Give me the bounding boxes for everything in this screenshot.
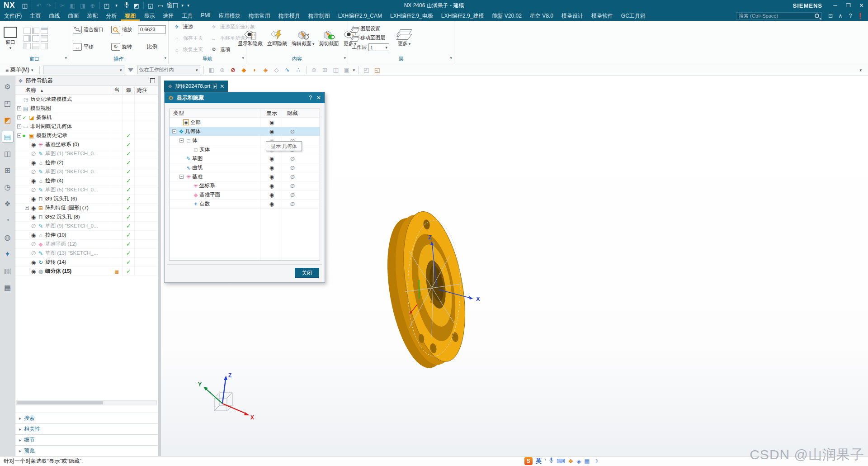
tree-row-datum-csys[interactable]: ◉基准坐标系 (0)✓ (15, 140, 158, 149)
tab-tools[interactable]: 工具 (178, 11, 197, 21)
show-eye-icon[interactable]: ◉ (263, 183, 281, 189)
body-filter-icon[interactable]: ◇ (272, 67, 281, 73)
visibility-eye-icon[interactable]: ◉ (30, 214, 37, 220)
group-label-operation[interactable]: 操作▾ (69, 56, 168, 64)
dropdown-icon[interactable]: ▾ (112, 3, 122, 8)
window-layout-icon[interactable] (41, 28, 48, 34)
group-label-content[interactable]: 内容▾ (246, 56, 348, 64)
pan-button[interactable]: ↔ 平移 (71, 43, 106, 51)
roles-gear-icon[interactable]: ⚙ (2, 81, 14, 92)
walk-button[interactable]: ✈ 漫游 (170, 23, 205, 31)
tab-surface[interactable]: 曲面 (64, 11, 83, 21)
ime-grid-icon[interactable]: ▦ (584, 458, 590, 465)
column-latest[interactable]: 最 (123, 86, 134, 94)
window-layout-icon[interactable] (41, 35, 48, 42)
redo-icon[interactable]: ↷ (44, 2, 54, 9)
visibility-eye-icon[interactable]: ◉ (30, 142, 37, 148)
tree-row-sketch-3[interactable]: ∅草图 (3) "SKETCH_0...✓ (15, 167, 158, 176)
dialog-help-icon[interactable]: ? (309, 95, 312, 101)
group-label-navigation[interactable]: 导航▾ (169, 56, 246, 64)
ime-night-mode-icon[interactable]: ☽ (593, 458, 599, 465)
fit-view-button[interactable]: 适合窗口 (71, 25, 106, 34)
paste-icon[interactable]: ◨ (78, 2, 88, 9)
expand-toggle[interactable]: − (179, 138, 184, 143)
undo-icon[interactable]: ↶ (34, 2, 44, 9)
visibility-eye-icon[interactable]: ◉ (30, 232, 37, 238)
hide-eye-icon[interactable]: ∅ (283, 174, 302, 180)
dialog-close-icon[interactable]: ✕ (316, 95, 321, 101)
show-eye-icon[interactable]: ◉ (263, 156, 281, 162)
curve-filter-icon[interactable]: ∿ (283, 67, 292, 73)
customize-qat-icon[interactable]: ▾ (185, 3, 192, 8)
view-manager-icon[interactable]: ⊞ (2, 164, 14, 176)
point-filter-icon[interactable]: ∴ (294, 67, 303, 73)
hide-eye-icon[interactable]: ∅ (283, 192, 302, 198)
layers-more-button[interactable]: 更多▾ (396, 29, 413, 48)
group-label-layers[interactable]: 层▾ (348, 56, 454, 64)
tree-row-model-views[interactable]: +模型视图 (15, 104, 158, 113)
visibility-eye-icon[interactable]: ◉ (30, 196, 37, 202)
visibility-eye-icon[interactable]: ∅ (30, 223, 37, 229)
no-selection-filter-icon[interactable]: ⊘ (229, 67, 238, 73)
show-eye-icon[interactable]: ◉ (263, 128, 281, 135)
ime-keyboard-icon[interactable]: ⌨ (557, 458, 565, 465)
show-eye-icon[interactable]: ◉ (263, 174, 281, 180)
tree-row-pattern-7[interactable]: +◉阵列特征 [圆形] (7)✓ (15, 204, 158, 213)
clip-section-button[interactable]: 剪切截面 (317, 29, 341, 48)
move-object-icon[interactable]: ⊕ (88, 2, 98, 9)
group-label-window[interactable]: 窗口▾ (0, 56, 69, 64)
tree-row-sketch-13[interactable]: ∅草图 (13) "SKETCH_...✓ (15, 249, 158, 258)
hide-eye-icon[interactable]: ∅ (283, 128, 302, 135)
process-studio-icon[interactable]: ❖ (2, 198, 14, 209)
tree-row-history-mode[interactable]: 历史记录建模模式 (15, 95, 158, 104)
part-navigator-icon[interactable]: ▤ (2, 131, 14, 143)
layer-settings-button[interactable]: 图层设置 (350, 25, 391, 33)
filter-funnel-icon[interactable] (128, 68, 133, 72)
tree-row-non-timestamp-geometry[interactable]: +非时间戳记几何体 (15, 122, 158, 131)
section-preview[interactable]: ▸预览 (15, 445, 158, 456)
ime-punctuation-icon[interactable]: ’ (545, 458, 546, 465)
tab-curve[interactable]: 曲线 (45, 11, 64, 21)
window-layout-icon[interactable] (32, 43, 39, 49)
tab-render[interactable]: 显示 (140, 11, 159, 21)
expand-toggle[interactable]: + (17, 124, 21, 128)
visibility-eye-icon[interactable]: ◉ (30, 259, 37, 266)
interpart-select-icon[interactable]: ⊕ (218, 67, 227, 73)
window-layout-icon[interactable] (32, 35, 39, 42)
zoom-button[interactable]: 缩放 (109, 25, 134, 34)
reuse-library-icon[interactable]: ◫ (2, 147, 14, 159)
new-window-icon[interactable]: ▭ (156, 2, 165, 9)
rotate-button[interactable]: ↻ 旋转 (109, 43, 134, 51)
touch-mode-icon[interactable]: ◰ (102, 2, 112, 9)
close-button[interactable]: ✕ (855, 0, 868, 11)
tab-lxh-cam[interactable]: LXH编程2.9_CAM (334, 11, 386, 21)
snap-endpoint-icon[interactable]: ⊞ (321, 67, 330, 73)
show-hide-dialog[interactable]: ⚙ 显示和隐藏 ? ✕ 类型 显示 隐藏 ◉全部 ◉ −几何体 ◉ ∅ −体 ◉… (164, 92, 325, 283)
section-search[interactable]: ▸搜索 (15, 413, 158, 423)
tab-application[interactable]: 应用模块 (215, 11, 245, 21)
hide-eye-icon[interactable]: ∅ (283, 183, 302, 189)
dialog-close-button[interactable]: 关闭 (295, 268, 319, 278)
model-flange[interactable]: X Z (341, 188, 491, 396)
touch-panel-icon[interactable]: ✦ (2, 248, 14, 260)
window-menu-arrow-icon[interactable]: ▾ (180, 3, 185, 8)
apply-look-icon[interactable]: ◩ (132, 2, 142, 9)
window-menu-label[interactable]: 窗口 (165, 1, 180, 10)
dialog-row-geometry[interactable]: −几何体 ◉ ∅ (170, 127, 320, 136)
selection-scope-filter[interactable]: 仅在工作部件内▾ (137, 66, 200, 74)
dialog-row-all[interactable]: ◉全部 ◉ (170, 118, 320, 127)
tab-lxh-electrode[interactable]: LXH编程2.9_电极 (386, 11, 437, 21)
tab-meilei-common[interactable]: 梅雷常用 (245, 11, 274, 21)
tree-row-revolve-14[interactable]: ◉旋转 (14)✓ (15, 258, 158, 267)
tab-lxh-modeling[interactable]: LXH编程2.9_建模 (437, 11, 488, 21)
snap-midpoint-icon[interactable]: ◫ (331, 67, 340, 73)
window-layout-icon[interactable] (41, 43, 48, 49)
undock-panel-icon[interactable] (150, 78, 155, 83)
visibility-eye-icon[interactable]: ∅ (30, 250, 37, 257)
window-layout-icon[interactable] (24, 43, 31, 49)
restore-home-button[interactable]: ⌂ 恢复主页 (170, 45, 205, 54)
visibility-eye-icon[interactable]: ◉ (30, 178, 37, 184)
tree-row-counterbore-6[interactable]: ◉Ø9 沉头孔 (6)✓ (15, 195, 158, 204)
immediately-hide-button[interactable]: 立即隐藏 (265, 29, 289, 48)
save-icon[interactable]: ◫ (20, 2, 30, 9)
